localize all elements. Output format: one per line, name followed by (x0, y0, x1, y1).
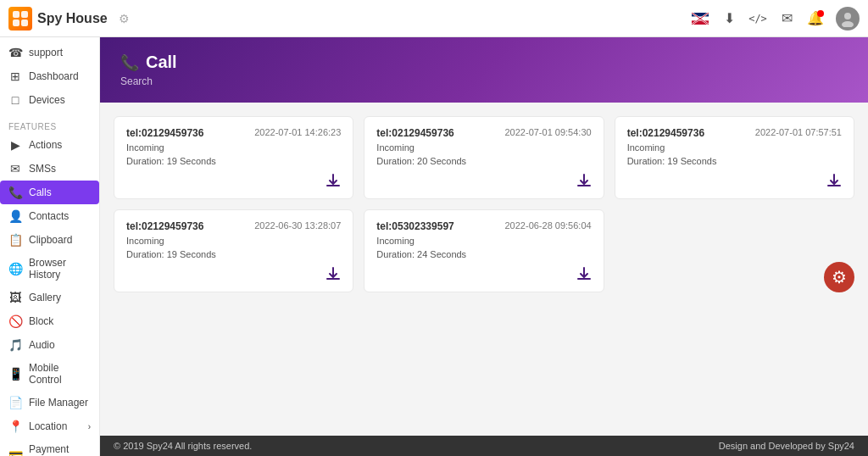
content-area: 📞 Call Search tel:02129459736 2022-07-01… (100, 37, 868, 456)
card-phone-1: tel:02129459736 (376, 127, 453, 139)
card-download-4[interactable] (376, 266, 591, 281)
card-phone-3: tel:02129459736 (126, 220, 203, 232)
card-date-0: 2022-07-01 14:26:23 (254, 127, 341, 137)
sidebar-item-payment-history[interactable]: 💳 Payment History (0, 438, 99, 456)
card-date-2: 2022-07-01 07:57:51 (755, 127, 842, 137)
svg-point-12 (842, 21, 854, 27)
code-icon[interactable]: </> (749, 10, 766, 27)
location-arrow: › (88, 422, 91, 431)
sidebar-item-gallery[interactable]: 🖼 Gallery (0, 286, 99, 309)
sidebar-label-block: Block (29, 315, 53, 327)
svg-rect-1 (21, 11, 28, 18)
card-duration-4: Duration: 24 Seconds (376, 249, 591, 259)
footer: © 2019 Spy24 All rights reserved. Design… (100, 436, 868, 456)
download-icon[interactable]: ⬇ (721, 10, 737, 27)
sidebar-label-calls: Calls (29, 186, 52, 198)
card-duration-2: Duration: 19 Seconds (627, 156, 842, 166)
sidebar-label-audio: Audio (29, 339, 55, 351)
svg-point-11 (844, 13, 851, 19)
top-bar: Spy House ⚙ ⬇ </> ✉ 🔔 (0, 0, 868, 37)
main-area: ☎ support ⊞ Dashboard □ Devices FEATURES… (0, 37, 868, 456)
file-manager-icon: 📄 (8, 396, 22, 409)
content-header: 📞 Call Search (100, 37, 868, 103)
sidebar-label-file-manager: File Manager (29, 397, 88, 409)
call-card-4: tel:05302339597 2022-06-28 09:56:04 Inco… (364, 209, 604, 292)
call-header-icon: 📞 (120, 53, 139, 72)
card-date-1: 2022-07-01 09:54:30 (505, 127, 592, 137)
sidebar-item-audio[interactable]: 🎵 Audio (0, 333, 99, 357)
sidebar-item-location[interactable]: 📍 Location › (0, 414, 99, 438)
sidebar-label-location: Location (29, 420, 67, 432)
sidebar-label-actions: Actions (29, 139, 62, 151)
page-subtitle: Search (120, 75, 848, 87)
sidebar-label-support: support (29, 47, 63, 58)
card-download-3[interactable] (126, 266, 341, 281)
calls-grid: tel:02129459736 2022-07-01 14:26:23 Inco… (114, 116, 854, 292)
card-phone-0: tel:02129459736 (126, 127, 203, 139)
card-phone-2: tel:02129459736 (627, 127, 704, 139)
features-label: FEATURES (0, 115, 99, 133)
svg-rect-3 (21, 19, 28, 26)
card-download-2[interactable] (627, 173, 842, 188)
support-icon: ☎ (8, 46, 22, 59)
bell-icon[interactable]: 🔔 (807, 10, 824, 27)
sidebar-label-gallery: Gallery (29, 292, 61, 303)
card-duration-0: Duration: 19 Seconds (126, 156, 341, 166)
smss-icon: ✉ (8, 162, 22, 175)
location-icon: 📍 (8, 420, 22, 433)
sidebar-item-devices[interactable]: □ Devices (0, 88, 99, 112)
svg-rect-2 (13, 19, 19, 26)
calls-icon: 📞 (8, 186, 22, 199)
settings-cog-icon[interactable]: ⚙ (116, 10, 133, 27)
flag-icon[interactable] (692, 10, 709, 27)
logo: Spy House (8, 7, 108, 31)
card-type-2: Incoming (627, 142, 842, 153)
card-download-0[interactable] (126, 173, 341, 188)
card-type-4: Incoming (376, 236, 591, 246)
clipboard-icon: 📋 (8, 233, 22, 247)
card-duration-1: Duration: 20 Seconds (376, 156, 591, 166)
user-avatar[interactable] (836, 7, 860, 31)
audio-icon: 🎵 (8, 338, 22, 352)
sidebar-item-support[interactable]: ☎ support (0, 41, 99, 64)
mobile-control-icon: 📱 (8, 367, 22, 381)
sidebar-item-contacts[interactable]: 👤 Contacts (0, 204, 99, 228)
mail-icon[interactable]: ✉ (778, 10, 795, 27)
sidebar-item-browser-history[interactable]: 🌐 Browser History (0, 252, 99, 286)
top-bar-right: ⬇ </> ✉ 🔔 (692, 7, 860, 31)
footer-left: © 2019 Spy24 All rights reserved. (114, 441, 252, 451)
sidebar-label-browser-history: Browser History (29, 257, 91, 281)
payment-history-icon: 💳 (8, 448, 22, 456)
card-date-3: 2022-06-30 13:28:07 (254, 220, 341, 231)
sidebar-label-devices: Devices (29, 94, 65, 106)
call-card-0: tel:02129459736 2022-07-01 14:26:23 Inco… (114, 116, 353, 199)
sidebar-item-clipboard[interactable]: 📋 Clipboard (0, 228, 99, 252)
sidebar-item-file-manager[interactable]: 📄 File Manager (0, 391, 99, 414)
devices-icon: □ (8, 93, 22, 107)
sidebar-label-smss: SMSs (29, 163, 56, 175)
card-type-0: Incoming (126, 142, 341, 153)
sidebar-item-smss[interactable]: ✉ SMSs (0, 157, 99, 181)
page-title: 📞 Call (120, 53, 848, 72)
sidebar-label-contacts: Contacts (29, 210, 69, 222)
call-card-2: tel:02129459736 2022-07-01 07:57:51 Inco… (615, 116, 854, 199)
empty-cell: ⚙ (615, 209, 854, 292)
gallery-icon: 🖼 (8, 291, 22, 304)
sidebar-label-mobile-control: Mobile Control (29, 362, 91, 386)
sidebar-item-block[interactable]: 🚫 Block (0, 309, 99, 333)
fab-button[interactable]: ⚙ (824, 262, 854, 292)
sidebar-label-payment-history: Payment History (29, 443, 91, 456)
call-card-3: tel:02129459736 2022-06-30 13:28:07 Inco… (114, 209, 353, 292)
sidebar-item-mobile-control[interactable]: 📱 Mobile Control (0, 357, 99, 391)
sidebar-item-calls[interactable]: 📞 Calls (0, 181, 99, 204)
card-download-1[interactable] (376, 173, 591, 188)
sidebar-item-actions[interactable]: ▶ Actions (0, 133, 99, 157)
call-card-1: tel:02129459736 2022-07-01 09:54:30 Inco… (364, 116, 604, 199)
card-phone-4: tel:05302339597 (376, 220, 453, 232)
app-title: Spy House (37, 11, 108, 26)
contacts-icon: 👤 (8, 209, 22, 223)
page-title-text: Call (146, 53, 177, 72)
sidebar-label-clipboard: Clipboard (29, 234, 72, 246)
footer-right: Design and Developed by Spy24 (719, 441, 854, 451)
sidebar-item-dashboard[interactable]: ⊞ Dashboard (0, 64, 99, 88)
